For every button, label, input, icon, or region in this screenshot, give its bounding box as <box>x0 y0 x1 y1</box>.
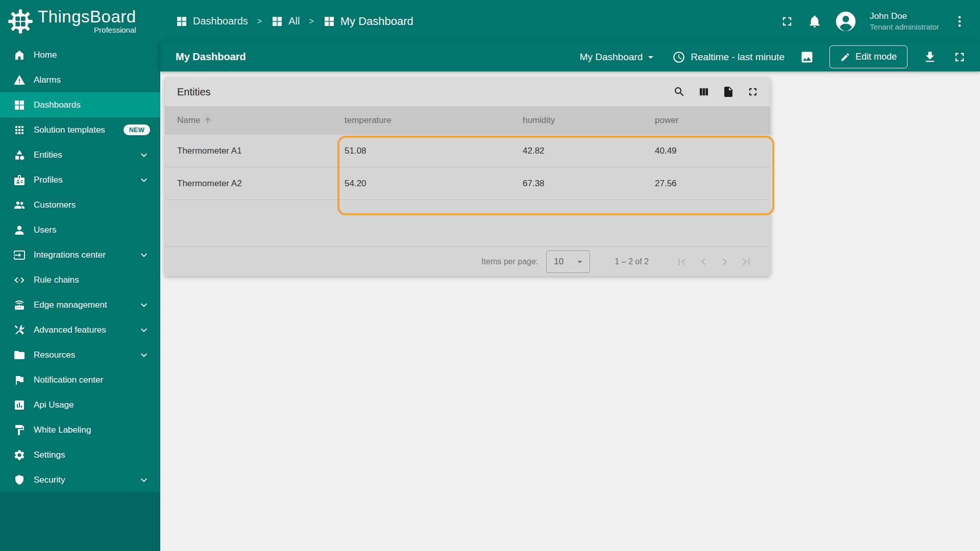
edge-router-icon <box>13 299 26 311</box>
chevron-right-icon <box>718 255 731 268</box>
chart-icon <box>13 399 26 411</box>
sidebar-item-rule-chains[interactable]: Rule chains <box>0 267 160 292</box>
bell-icon <box>807 14 822 29</box>
sidebar-item-notification-center[interactable]: Notification center <box>0 367 160 392</box>
more-menu-button[interactable] <box>952 14 967 29</box>
sidebar-item-profiles[interactable]: Profiles <box>0 167 160 192</box>
sidebar-item-label: Customers <box>34 200 150 210</box>
breadcrumb-all[interactable]: All <box>271 15 300 28</box>
sidebar-item-api-usage[interactable]: Api Usage <box>0 392 160 417</box>
user-info[interactable]: John Doe Tenant administrator <box>870 11 939 32</box>
dashboard-select[interactable]: My Dashboard <box>580 51 657 63</box>
column-header-name[interactable]: Name <box>165 115 345 126</box>
cell-name: Thermometer A1 <box>165 146 345 156</box>
column-header-power[interactable]: power <box>655 115 770 126</box>
app-logo[interactable]: ThingsBoard Professional <box>0 0 160 42</box>
pagination-range: 1 – 2 of 2 <box>615 257 649 266</box>
column-header-temperature[interactable]: temperature <box>345 115 523 126</box>
edit-mode-button[interactable]: Edit mode <box>829 45 908 68</box>
fullscreen-button[interactable] <box>780 14 794 29</box>
top-header: Dashboards > All > My Dashboard <box>160 0 980 42</box>
table-empty-area <box>165 200 770 246</box>
toolbar-fullscreen-button[interactable] <box>952 50 967 64</box>
sidebar-item-customers[interactable]: Customers <box>0 192 160 217</box>
sidebar-item-edge-management[interactable]: Edge management <box>0 292 160 317</box>
sidebar-item-solution-templates[interactable]: Solution templates NEW <box>0 117 160 142</box>
cell-name: Thermometer A2 <box>165 179 345 189</box>
search-icon[interactable] <box>673 86 685 98</box>
breadcrumb-label: All <box>288 15 300 27</box>
export-dashboard-button[interactable] <box>923 50 937 64</box>
cell-humidity: 42.82 <box>523 146 655 156</box>
dashboards-icon <box>271 15 283 28</box>
table-row[interactable]: Thermometer A1 51.08 42.82 40.49 <box>165 135 770 167</box>
cell-humidity: 67.38 <box>523 179 655 189</box>
dashboard-content: Entities Name temperature humidity <box>160 71 980 551</box>
sort-ascending-icon <box>203 116 212 125</box>
sidebar-item-label: Home <box>34 50 150 60</box>
sidebar-item-label: Entities <box>34 150 130 160</box>
chevron-down-icon <box>138 149 150 161</box>
profiles-icon <box>13 174 26 186</box>
timewindow-button[interactable]: Realtime - last minute <box>672 51 785 64</box>
sidebar-item-integrations-center[interactable]: Integrations center <box>0 242 160 267</box>
user-name: John Doe <box>870 11 939 22</box>
sidebar-item-label: White Labeling <box>34 425 150 435</box>
app-name: ThingsBoard <box>38 8 136 26</box>
sidebar-item-label: Api Usage <box>34 400 150 410</box>
export-file-icon[interactable] <box>722 86 734 98</box>
next-page-button[interactable] <box>718 255 731 268</box>
table-header-row: Name temperature humidity power <box>165 106 770 135</box>
dashboard-image-button[interactable] <box>800 50 814 64</box>
timewindow-label: Realtime - last minute <box>691 52 785 63</box>
avatar[interactable] <box>835 11 856 32</box>
sidebar-item-label: Alarms <box>34 75 150 85</box>
download-icon <box>923 50 937 64</box>
home-icon <box>13 49 26 61</box>
fullscreen-icon <box>952 50 967 64</box>
items-per-page-value: 10 <box>554 257 564 267</box>
first-page-button[interactable] <box>675 255 689 268</box>
app-edition: Professional <box>94 26 136 34</box>
items-per-page-label: Items per page: <box>481 257 538 266</box>
notifications-button[interactable] <box>807 14 822 29</box>
sidebar-item-white-labeling[interactable]: White Labeling <box>0 417 160 442</box>
breadcrumb-label: My Dashboard <box>340 15 413 28</box>
sidebar-item-entities[interactable]: Entities <box>0 142 160 167</box>
table-pagination: Items per page: 10 1 – 2 of 2 <box>165 246 770 276</box>
sidebar-filler <box>0 492 160 551</box>
sidebar-item-dashboards[interactable]: Dashboards <box>0 92 160 117</box>
rule-chains-icon <box>13 274 26 286</box>
sidebar-item-label: Profiles <box>34 175 130 185</box>
cell-temperature: 51.08 <box>345 146 523 156</box>
tools-icon <box>13 324 26 336</box>
last-page-button[interactable] <box>740 255 753 268</box>
column-header-humidity[interactable]: humidity <box>523 115 655 126</box>
breadcrumb-my-dashboard[interactable]: My Dashboard <box>323 15 413 28</box>
sidebar-nav: Home Alarms Dashboards Solution template… <box>0 42 160 492</box>
items-per-page-select[interactable]: 10 <box>546 251 590 273</box>
sidebar-item-alarms[interactable]: Alarms <box>0 67 160 92</box>
sidebar-item-advanced-features[interactable]: Advanced features <box>0 317 160 342</box>
breadcrumb-separator: > <box>309 17 313 26</box>
sidebar-item-label: Settings <box>34 450 150 460</box>
sidebar-item-label: Rule chains <box>34 275 150 285</box>
previous-page-button[interactable] <box>697 255 710 268</box>
sidebar-item-label: Notification center <box>34 375 150 385</box>
dashboard-toolbar: My Dashboard My Dashboard Realtime - las… <box>160 42 980 71</box>
sidebar-item-resources[interactable]: Resources <box>0 342 160 367</box>
widget-fullscreen-icon[interactable] <box>747 86 759 98</box>
sidebar-item-settings[interactable]: Settings <box>0 442 160 467</box>
sidebar-item-home[interactable]: Home <box>0 42 160 67</box>
sidebar-item-users[interactable]: Users <box>0 217 160 242</box>
sidebar-item-label: Security <box>34 475 130 485</box>
fullscreen-icon <box>780 14 794 29</box>
column-label: temperature <box>345 115 391 126</box>
sidebar-item-label: Integrations center <box>34 250 130 260</box>
breadcrumb: Dashboards > All > My Dashboard <box>176 15 413 28</box>
breadcrumb-dashboards[interactable]: Dashboards <box>176 15 248 28</box>
sidebar-item-security[interactable]: Security <box>0 467 160 492</box>
table-row[interactable]: Thermometer A2 54.20 67.38 27.56 <box>165 167 770 200</box>
columns-icon[interactable] <box>698 86 710 98</box>
user-role: Tenant administrator <box>870 22 939 32</box>
